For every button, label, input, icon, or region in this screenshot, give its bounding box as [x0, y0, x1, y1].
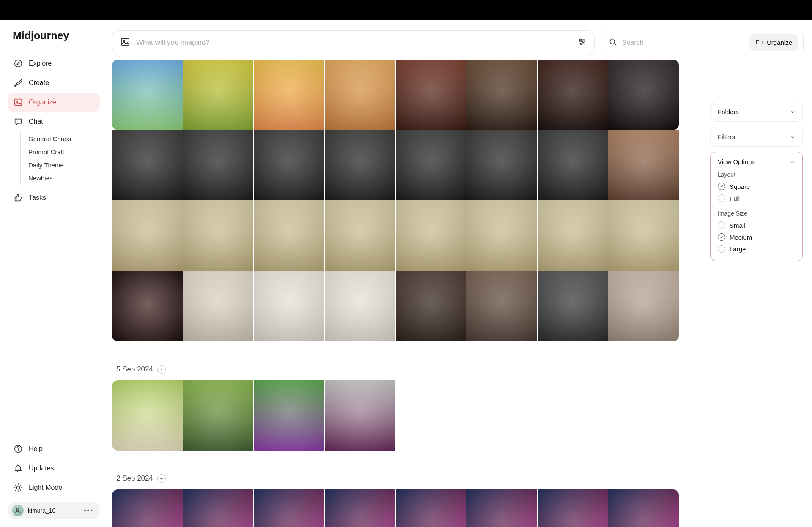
image-thumbnail[interactable] — [466, 271, 537, 341]
more-icon[interactable]: ••• — [81, 507, 96, 514]
chat-room-item[interactable]: Newbies — [28, 172, 100, 185]
user-pill[interactable]: kimura_10 ••• — [8, 502, 100, 519]
image-grid — [112, 200, 679, 271]
layout-option-square[interactable]: Square — [718, 180, 796, 192]
date-section-header: 2 Sep 2024 + — [116, 474, 706, 483]
sliders-icon[interactable] — [577, 37, 587, 48]
image-thumbnail[interactable] — [608, 271, 679, 341]
image-thumbnail[interactable] — [183, 200, 254, 271]
image-grid — [112, 380, 679, 451]
view-options-label: View Options — [718, 158, 755, 165]
chat-room-item[interactable]: Daily Theme — [28, 158, 100, 172]
image-thumbnail[interactable] — [183, 271, 254, 341]
image-thumbnail[interactable] — [396, 200, 466, 271]
user-name: kimura_10 — [28, 507, 77, 514]
image-thumbnail[interactable] — [466, 489, 537, 527]
svg-rect-3 — [15, 99, 22, 106]
image-thumbnail[interactable] — [254, 130, 324, 201]
image-thumbnail[interactable] — [183, 489, 254, 527]
image-thumbnail[interactable] — [325, 200, 395, 271]
image-thumbnail[interactable] — [183, 60, 254, 130]
filters-panel-toggle[interactable]: Filters — [710, 127, 803, 147]
image-thumbnail[interactable] — [538, 271, 608, 341]
image-thumbnail[interactable] — [325, 130, 395, 201]
image-thumbnail[interactable] — [608, 200, 679, 271]
view-options-toggle[interactable]: View Options — [718, 158, 796, 165]
image-thumbnail[interactable] — [254, 271, 324, 341]
image-grid — [112, 60, 679, 130]
size-option-small[interactable]: Small — [718, 219, 796, 231]
image-thumbnail[interactable] — [608, 130, 679, 201]
sidebar-item-label: Help — [29, 445, 43, 453]
prompt-input[interactable] — [136, 38, 571, 47]
chat-room-item[interactable]: General Chaos — [28, 132, 100, 145]
sidebar-item-chat[interactable]: Chat — [8, 112, 100, 131]
svg-point-6 — [18, 451, 19, 451]
image-thumbnail[interactable] — [396, 60, 466, 130]
image-thumbnail[interactable] — [183, 130, 254, 201]
radio-unselected-icon — [718, 194, 725, 202]
folders-panel-toggle[interactable]: Folders — [710, 102, 803, 122]
image-thumbnail[interactable] — [466, 200, 537, 271]
image-grid — [112, 271, 679, 341]
image-thumbnail[interactable] — [396, 489, 466, 527]
image-thumbnail[interactable] — [254, 380, 324, 451]
size-option-large[interactable]: Large — [718, 243, 796, 255]
image-thumbnail[interactable] — [396, 130, 466, 201]
image-thumbnail[interactable] — [538, 489, 608, 527]
layout-option-full[interactable]: Full — [718, 192, 796, 204]
sidebar-item-explore[interactable]: Explore — [8, 54, 100, 73]
gallery-scroll[interactable]: 5 Sep 2024 + 2 Sep 2024 + — [108, 60, 710, 527]
radio-unselected-icon — [718, 245, 725, 253]
radio-label: Large — [730, 246, 746, 253]
image-thumbnail[interactable] — [112, 380, 183, 451]
prompt-box[interactable] — [112, 30, 595, 55]
add-to-date-icon[interactable]: + — [157, 474, 166, 483]
image-thumbnail[interactable] — [325, 489, 395, 527]
size-option-medium[interactable]: Medium — [718, 231, 796, 243]
sidebar-item-updates[interactable]: Updates — [8, 459, 100, 478]
image-thumbnail[interactable] — [608, 60, 679, 130]
chevron-up-icon — [790, 159, 796, 165]
image-thumbnail[interactable] — [254, 489, 324, 527]
chat-room-item[interactable]: Prompt Craft — [28, 145, 100, 158]
search-box[interactable]: Organize — [601, 30, 804, 55]
image-thumbnail[interactable] — [325, 271, 395, 341]
image-thumbnail[interactable] — [538, 60, 608, 130]
image-thumbnail[interactable] — [466, 130, 537, 201]
sidebar-item-light-mode[interactable]: Light Mode — [8, 478, 100, 497]
image-thumbnail[interactable] — [396, 271, 466, 341]
chevron-down-icon — [790, 134, 796, 140]
image-thumbnail[interactable] — [325, 380, 395, 451]
chat-icon — [14, 117, 23, 126]
organize-button[interactable]: Organize — [749, 34, 798, 51]
add-to-date-icon[interactable]: + — [157, 365, 166, 374]
brand-logo: Midjourney — [8, 30, 100, 42]
svg-point-8 — [16, 508, 19, 511]
help-icon — [14, 444, 23, 453]
folder-icon — [755, 38, 763, 47]
image-thumbnail[interactable] — [538, 200, 608, 271]
image-thumbnail[interactable] — [112, 130, 183, 201]
search-input[interactable] — [622, 39, 744, 46]
image-thumbnail[interactable] — [254, 200, 324, 271]
svg-point-11 — [580, 39, 582, 41]
sidebar-item-tasks[interactable]: Tasks — [8, 188, 100, 208]
image-thumbnail[interactable] — [325, 60, 395, 130]
image-thumbnail[interactable] — [112, 200, 183, 271]
image-thumbnail[interactable] — [183, 380, 254, 451]
svg-point-13 — [580, 43, 582, 44]
image-thumbnail[interactable] — [112, 60, 183, 130]
image-thumbnail[interactable] — [608, 489, 679, 527]
image-thumbnail[interactable] — [112, 271, 183, 341]
avatar — [12, 505, 24, 516]
sidebar-item-create[interactable]: Create — [8, 73, 100, 93]
svg-marker-1 — [17, 62, 19, 65]
sidebar-item-label: Tasks — [29, 194, 46, 202]
image-thumbnail[interactable] — [466, 60, 537, 130]
image-thumbnail[interactable] — [538, 130, 608, 201]
image-thumbnail[interactable] — [112, 489, 183, 527]
sidebar-item-help[interactable]: Help — [8, 439, 100, 459]
image-thumbnail[interactable] — [254, 60, 324, 130]
sidebar-item-organize[interactable]: Organize — [8, 93, 100, 112]
